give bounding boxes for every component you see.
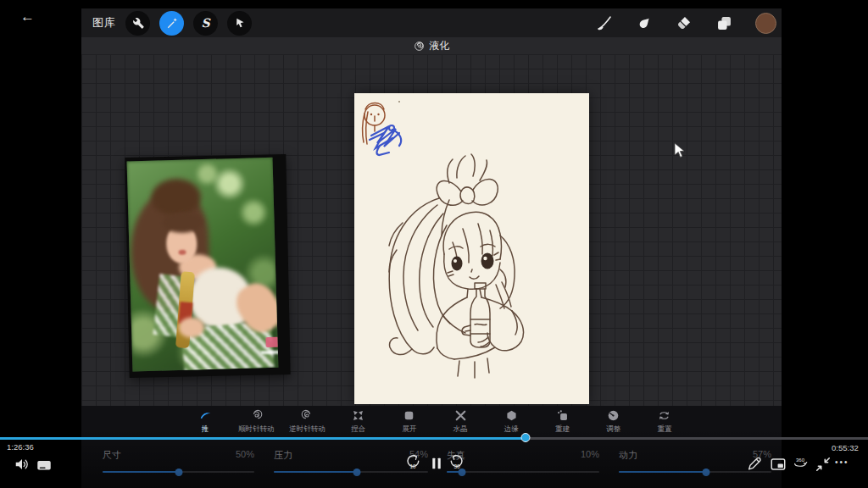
- elapsed-time: 1:26:36: [7, 442, 34, 452]
- forward-30-button[interactable]: 30: [448, 453, 465, 470]
- liquify-panel: 推 顺时针转动 逆时针转动 捏合 展开: [81, 406, 782, 488]
- smudge-icon[interactable]: [636, 14, 654, 32]
- svg-text:10: 10: [409, 463, 416, 469]
- size-slider: 尺寸50%: [103, 449, 254, 478]
- procreate-screen: 图库 S 液化: [81, 0, 782, 488]
- pinch-icon: [352, 409, 364, 422]
- transform-arrow-icon: [233, 16, 247, 30]
- liquify-title: 液化: [430, 39, 450, 53]
- rewind-10-button[interactable]: 10: [404, 453, 421, 470]
- brush-icon[interactable]: [596, 14, 614, 32]
- shrink-arrows-icon: [815, 456, 832, 473]
- vr-360-icon: 360: [792, 454, 809, 471]
- tool-edge[interactable]: 边缘: [487, 409, 536, 435]
- actions-button[interactable]: [125, 11, 150, 36]
- distortion-slider-track[interactable]: [447, 471, 599, 473]
- tool-twirl-counterclockwise[interactable]: 逆时针转动: [282, 409, 331, 435]
- pip-button[interactable]: [770, 456, 787, 473]
- sketch-girl-eyes: [452, 253, 494, 271]
- speaker-icon: [14, 456, 31, 473]
- pressure-slider-label: 压力: [274, 449, 292, 462]
- liquify-titlebar: 液化: [81, 37, 782, 54]
- photo-watermark-text: [261, 351, 279, 355]
- tool-reconstruct[interactable]: 重建: [538, 409, 587, 435]
- doodle-eyes: [370, 114, 380, 115]
- progress-handle[interactable]: [520, 433, 530, 442]
- sketch-artwork: [354, 93, 589, 404]
- stray-mark: [398, 101, 400, 103]
- reference-photo-backing: [125, 154, 290, 378]
- pause-icon: [428, 455, 445, 472]
- reset-arrows-icon: [658, 409, 670, 422]
- size-slider-label: 尺寸: [103, 449, 121, 462]
- distortion-slider-value: 10%: [581, 449, 599, 462]
- edge-hexagon-icon: [505, 409, 518, 422]
- gallery-button[interactable]: 图库: [92, 15, 116, 30]
- selection-s-icon: S: [201, 16, 209, 30]
- rewind-10-icon: 10: [404, 453, 421, 470]
- photo-watermark: [265, 337, 278, 347]
- reference-photo: [127, 158, 279, 372]
- tool-twirl-clockwise[interactable]: 顺时针转动: [231, 409, 281, 435]
- push-swoosh-icon: [199, 409, 212, 422]
- subtitles-button[interactable]: [36, 457, 53, 474]
- liquify-swirl-icon: [414, 41, 425, 52]
- transform-button[interactable]: [227, 11, 252, 36]
- tool-adjust[interactable]: 调整: [589, 409, 638, 435]
- pencil-icon: [746, 455, 763, 472]
- expand-icon: [403, 409, 415, 422]
- magic-wand-icon: [165, 16, 179, 30]
- more-options-button[interactable]: •••: [835, 458, 852, 474]
- progress-bar[interactable]: [0, 437, 868, 440]
- layers-icon[interactable]: [715, 14, 733, 32]
- tool-push[interactable]: 推: [181, 409, 230, 435]
- vr-360-button[interactable]: 360: [792, 454, 809, 471]
- forward-30-icon: 30: [448, 453, 465, 470]
- tool-pinch[interactable]: 捏合: [334, 409, 383, 435]
- momentum-slider-knob[interactable]: [702, 469, 709, 476]
- paint-tools-group: [596, 13, 782, 34]
- tool-reset[interactable]: 重置: [640, 409, 689, 435]
- video-player-stage: 图库 S 液化: [0, 0, 868, 488]
- pressure-slider-track[interactable]: [274, 471, 428, 473]
- size-slider-knob[interactable]: [175, 469, 182, 476]
- back-button[interactable]: ←: [20, 8, 35, 25]
- mouse-cursor: [674, 142, 685, 162]
- crystals-icon: [454, 409, 467, 422]
- exit-fullscreen-button[interactable]: [815, 456, 832, 473]
- subtitles-icon: [36, 457, 53, 474]
- swirl-cw-icon: [250, 409, 263, 422]
- momentum-slider-label: 动力: [619, 449, 637, 462]
- procreate-topbar: 图库 S: [81, 8, 782, 37]
- picture-in-picture-icon: [770, 456, 787, 473]
- distortion-slider: 失真10%: [447, 449, 599, 478]
- swirl-ccw-icon: [301, 409, 314, 422]
- eraser-icon[interactable]: [676, 14, 693, 32]
- wrench-icon: [131, 16, 145, 30]
- progress-fill: [0, 437, 526, 440]
- pressure-slider-knob[interactable]: [353, 469, 361, 476]
- pause-button[interactable]: [428, 455, 445, 472]
- volume-button[interactable]: [14, 456, 31, 473]
- liquify-tools-row: 推 顺时针转动 逆时针转动 捏合 展开: [181, 409, 689, 435]
- drawing-canvas[interactable]: [354, 93, 589, 404]
- selection-button[interactable]: S: [193, 11, 218, 36]
- svg-text:360: 360: [796, 458, 805, 463]
- adjust-dial-icon: [607, 409, 620, 422]
- size-slider-track[interactable]: [103, 471, 254, 473]
- tool-crystals[interactable]: 水晶: [436, 409, 485, 435]
- size-slider-value: 50%: [236, 449, 254, 462]
- color-swatch-button[interactable]: [755, 13, 776, 34]
- adjustments-button[interactable]: [159, 11, 184, 36]
- svg-text:30: 30: [453, 463, 460, 469]
- reconstruct-icon: [556, 409, 569, 422]
- remaining-time: 0:55:32: [832, 443, 859, 452]
- tool-expand[interactable]: 展开: [385, 409, 434, 435]
- annotate-button[interactable]: [746, 455, 763, 472]
